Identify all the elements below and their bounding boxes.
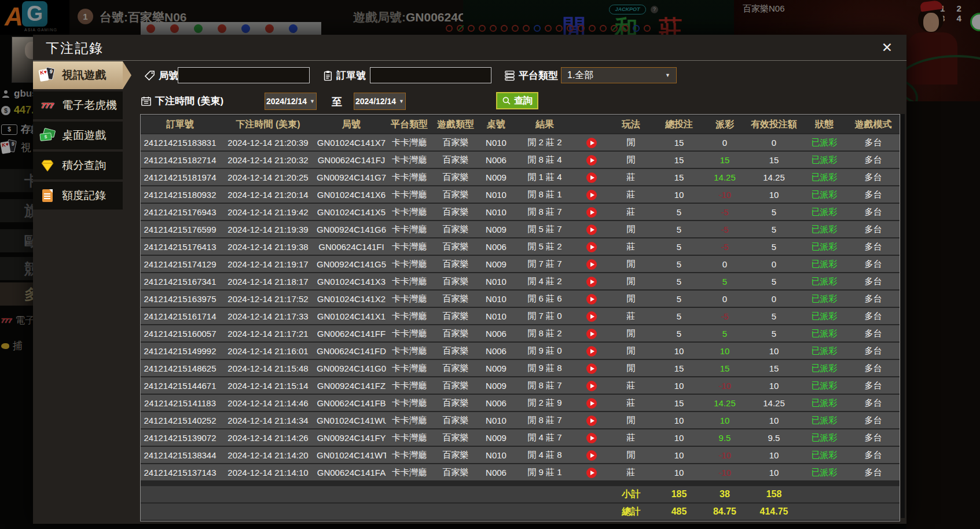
play-icon[interactable]	[586, 450, 597, 461]
table-row: 2412142151769432024-12-14 21:19:42GN0102…	[141, 204, 900, 220]
result-cell: 閒 9 莊 0	[513, 343, 576, 359]
menu-item-points-query[interactable]: 積分查詢	[33, 152, 123, 179]
play-icon[interactable]	[586, 190, 597, 200]
round-id-cell: GN01024C141WU	[317, 412, 386, 428]
subtotal-empty	[141, 486, 607, 502]
platform-type-select[interactable]: 1.全部 ▼	[561, 67, 677, 83]
round-id-cell: GN01024C141X6	[317, 186, 386, 203]
total-bet-cell: 15	[655, 360, 703, 376]
play-icon[interactable]	[586, 172, 597, 183]
platform-filter-caption: 平台類型	[519, 69, 558, 82]
round-id-cell: GN00624C141FD	[317, 343, 386, 359]
play-icon[interactable]	[586, 242, 597, 252]
total-bet-cell: 5	[655, 308, 703, 324]
play-icon[interactable]	[586, 381, 597, 391]
col-header-round: 局號	[317, 116, 386, 133]
play-icon[interactable]	[586, 259, 597, 270]
date-to-value: 2024/12/14	[355, 97, 396, 106]
mode-cell: 多台	[847, 256, 900, 272]
menu-item-credit-records[interactable]: 額度記錄	[33, 182, 123, 210]
mode-cell: 多台	[847, 360, 900, 376]
payout-cell: -10	[703, 464, 746, 480]
table-no-cell: N009	[479, 221, 513, 237]
total-bet-cell: 15	[655, 395, 703, 411]
order-id-input[interactable]	[370, 67, 491, 83]
platform-cell: 卡卡灣廳	[386, 204, 432, 220]
close-icon[interactable]: ✕	[882, 39, 893, 56]
total-bet-cell: 5	[655, 273, 703, 289]
payout-cell: 0	[703, 256, 746, 272]
play-icon[interactable]	[586, 416, 597, 426]
col-header-result: 結果	[513, 116, 576, 133]
result-cell: 閒 4 莊 7	[513, 429, 576, 446]
replay-cell	[576, 256, 607, 272]
game-type-cell: 百家樂	[432, 186, 479, 203]
search-button[interactable]: 查詢	[496, 92, 538, 109]
valid-bet-cell: 10	[746, 412, 802, 428]
valid-bet-cell: 15	[746, 360, 802, 376]
game-type-cell: 百家樂	[432, 429, 479, 446]
round-id-cell: GN00924C141G5	[317, 256, 386, 272]
play-icon[interactable]	[586, 225, 597, 235]
play-icon[interactable]	[586, 398, 597, 409]
play-icon[interactable]	[586, 363, 597, 374]
replay-cell	[576, 291, 607, 307]
payout-cell: -5	[703, 204, 746, 220]
date-from-select[interactable]: 2024/12/14 ▼	[265, 93, 317, 110]
bet-time-cell: 2024-12-14 21:19:17	[219, 256, 317, 272]
play-type-cell: 莊	[607, 395, 655, 411]
order-id-cell: 241214215176413	[141, 238, 219, 255]
result-cell: 閒 8 莊 2	[513, 325, 576, 341]
platform-cell: 卡卡灣廳	[386, 169, 432, 185]
menu-item-table-games[interactable]: $ 桌面遊戲	[33, 122, 123, 149]
valid-bet-cell: 0	[746, 134, 802, 150]
col-header-play-type: 玩法	[607, 116, 655, 133]
play-icon[interactable]	[586, 277, 597, 287]
col-header-table-no: 桌號	[479, 116, 513, 133]
round-id-input[interactable]	[178, 67, 310, 83]
valid-bet-cell: 10	[746, 377, 802, 394]
result-cell: 閒 2 莊 9	[513, 395, 576, 411]
table-scrollbar[interactable]	[901, 114, 905, 518]
replay-cell	[576, 221, 607, 237]
game-type-cell: 百家樂	[432, 238, 479, 255]
platform-cell: 卡卡灣廳	[386, 377, 432, 394]
menu-item-slots[interactable]: 777 電子老虎機	[33, 91, 123, 119]
game-type-cell: 百家樂	[432, 204, 479, 220]
play-icon[interactable]	[586, 329, 597, 339]
payout-cell: 15	[703, 360, 746, 376]
total-bet-cell: 5	[655, 256, 703, 272]
table-row: 2412142151673412024-12-14 21:18:17GN0102…	[141, 273, 900, 289]
mode-cell: 多台	[847, 186, 900, 203]
play-icon[interactable]	[586, 468, 597, 478]
calendar-icon	[141, 95, 152, 106]
menu-item-video-games[interactable]: 9K♥ 視訊遊戲	[33, 61, 123, 89]
play-icon[interactable]	[586, 207, 597, 218]
play-icon[interactable]	[586, 155, 597, 166]
status-cell: 已派彩	[802, 464, 847, 480]
result-cell: 閒 7 莊 0	[513, 308, 576, 324]
payout-cell: 5	[703, 273, 746, 289]
order-id-cell: 241214215163975	[141, 291, 219, 307]
table-no-cell: N006	[479, 152, 513, 168]
date-to-select[interactable]: 2024/12/14 ▼	[354, 93, 406, 110]
play-icon[interactable]	[586, 294, 597, 304]
col-header-valid-bet: 有效投注額	[746, 116, 802, 133]
play-icon[interactable]	[586, 433, 597, 443]
replay-cell	[576, 308, 607, 324]
total-bet-cell: 5	[655, 325, 703, 341]
mode-cell: 多台	[847, 238, 900, 255]
total-bet-cell: 10	[655, 343, 703, 359]
mode-cell: 多台	[847, 221, 900, 237]
play-icon[interactable]	[586, 346, 597, 357]
result-cell: 閒 8 莊 7	[513, 412, 576, 428]
bet-time-cell: 2024-12-14 21:20:39	[219, 134, 317, 150]
status-cell: 已派彩	[802, 412, 847, 428]
table-row: 2412142151446712024-12-14 21:15:14GN0092…	[141, 377, 900, 394]
play-icon[interactable]	[586, 138, 597, 148]
subtotal-valid-bet: 158	[746, 486, 802, 502]
round-id-cell: GN01024C141X3	[317, 273, 386, 289]
status-cell: 已派彩	[802, 238, 847, 255]
play-icon[interactable]	[586, 311, 597, 322]
table-row: 2412142151639752024-12-14 21:17:52GN0102…	[141, 291, 900, 307]
